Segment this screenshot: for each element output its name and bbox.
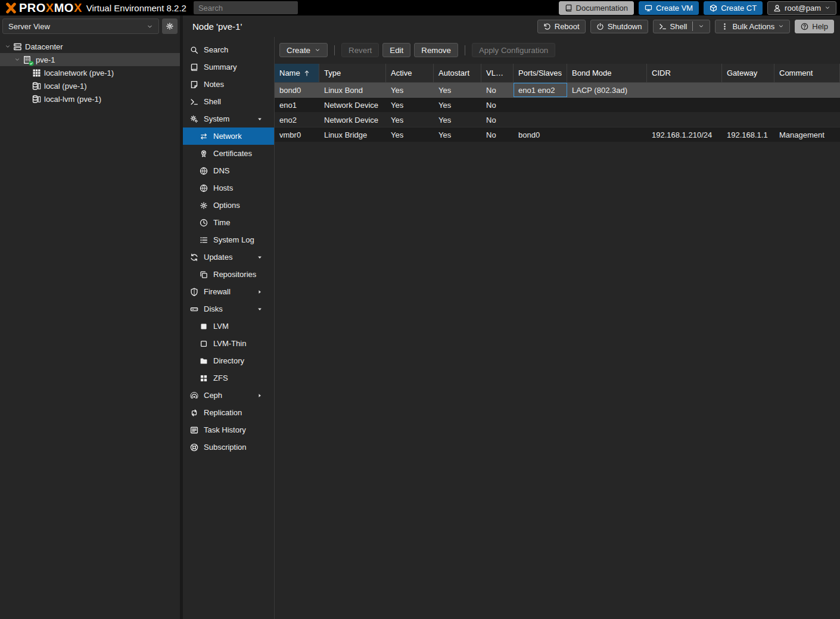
nav-item-updates[interactable]: Updates <box>183 248 274 266</box>
column-header-cidr[interactable]: CIDR <box>647 64 722 82</box>
table-cell[interactable]: eno1 <box>275 98 319 113</box>
column-header-gateway[interactable]: Gateway <box>722 64 774 82</box>
column-header-autostart[interactable]: Autostart <box>434 64 481 82</box>
toolbar-button-remove[interactable]: Remove <box>414 43 458 57</box>
table-cell[interactable]: No <box>481 127 514 142</box>
table-cell[interactable]: Yes <box>434 83 481 98</box>
table-cell[interactable]: No <box>481 83 514 98</box>
table-row-bond0[interactable]: bond0Linux BondYesYesNoeno1 eno2LACP (80… <box>275 83 840 98</box>
nav-item-system[interactable]: System <box>183 110 274 127</box>
table-cell[interactable] <box>647 113 722 127</box>
nav-item-options[interactable]: Options <box>183 197 274 214</box>
table-cell[interactable]: Management <box>774 127 840 142</box>
nav-item-repositories[interactable]: Repositories <box>183 266 274 283</box>
nav-item-system-log[interactable]: System Log <box>183 231 274 248</box>
table-cell[interactable]: No <box>481 98 514 113</box>
table-cell[interactable]: Network Device <box>319 98 386 113</box>
tree-settings-button[interactable] <box>162 18 178 34</box>
nav-item-ceph[interactable]: Ceph <box>183 387 274 404</box>
table-cell[interactable]: 192.168.1.1 <box>722 127 774 142</box>
tree-item-local-lvm[interactable]: local-lvm (pve-1) <box>0 92 180 105</box>
table-cell[interactable] <box>774 113 840 127</box>
table-cell[interactable]: 192.168.1.210/24 <box>647 127 722 142</box>
table-cell[interactable]: eno2 <box>275 113 319 127</box>
toolbar-button-edit[interactable]: Edit <box>382 43 410 57</box>
table-cell[interactable]: No <box>481 113 514 127</box>
column-header-bond-mode[interactable]: Bond Mode <box>567 64 647 82</box>
table-cell[interactable] <box>567 113 647 127</box>
toolbar-button-create[interactable]: Create <box>279 43 328 57</box>
node-button-shutdown[interactable]: Shutdown <box>590 20 648 33</box>
column-header-name[interactable]: Name <box>275 64 319 82</box>
table-cell[interactable]: Yes <box>434 113 481 127</box>
nav-item-lvm-thin[interactable]: LVM-Thin <box>183 335 274 352</box>
table-cell[interactable]: bond0 <box>275 83 319 98</box>
table-cell[interactable] <box>514 113 567 127</box>
nav-item-task-history[interactable]: Task History <box>183 421 274 438</box>
node-button-bulk-actions[interactable]: Bulk Actions <box>715 20 790 33</box>
nav-item-lvm[interactable]: LVM <box>183 318 274 335</box>
table-cell[interactable] <box>567 98 647 113</box>
table-cell[interactable]: vmbr0 <box>275 127 319 142</box>
table-row-eno1[interactable]: eno1Network DeviceYesYesNo <box>275 98 840 113</box>
table-cell[interactable] <box>774 83 840 98</box>
table-cell[interactable]: Yes <box>434 127 481 142</box>
nav-item-subscription[interactable]: Subscription <box>183 438 274 456</box>
column-header-ports-slaves[interactable]: Ports/Slaves <box>514 64 567 82</box>
table-cell[interactable]: Network Device <box>319 113 386 127</box>
topbar-button-user-menu[interactable]: root@pam <box>767 1 836 15</box>
column-header-type[interactable]: Type <box>319 64 386 82</box>
tree-expander-icon[interactable] <box>4 43 12 49</box>
nav-item-directory[interactable]: Directory <box>183 352 274 369</box>
table-cell[interactable]: bond0 <box>514 127 567 142</box>
table-cell[interactable]: Yes <box>386 83 434 98</box>
table-cell[interactable] <box>722 113 774 127</box>
global-search-input[interactable] <box>194 1 298 14</box>
nav-item-disks[interactable]: Disks <box>183 300 274 318</box>
nav-item-time[interactable]: Time <box>183 214 274 231</box>
table-cell[interactable] <box>774 98 840 113</box>
table-cell[interactable] <box>514 98 567 113</box>
nav-item-certificates[interactable]: Certificates <box>183 145 274 162</box>
topbar-button-documentation[interactable]: Documentation <box>559 1 634 15</box>
tree-item-pve-1[interactable]: pve-1 <box>0 53 180 66</box>
column-header-vl-[interactable]: VL… <box>481 64 514 82</box>
tree-item-localnetwork[interactable]: localnetwork (pve-1) <box>0 66 180 79</box>
table-cell[interactable]: Yes <box>386 98 434 113</box>
nav-item-firewall[interactable]: Firewall <box>183 283 274 300</box>
tree-expander-icon[interactable] <box>13 57 21 63</box>
table-cell[interactable]: Linux Bond <box>319 83 386 98</box>
table-cell[interactable] <box>647 83 722 98</box>
node-button-shell[interactable]: Shell <box>653 20 711 33</box>
table-cell[interactable]: Yes <box>434 98 481 113</box>
table-cell[interactable] <box>647 98 722 113</box>
node-button-help[interactable]: Help <box>795 20 834 33</box>
tree-item-local[interactable]: local (pve-1) <box>0 79 180 92</box>
view-mode-select[interactable]: Server View <box>2 18 159 34</box>
table-cell[interactable]: LACP (802.3ad) <box>567 83 647 98</box>
nav-item-hosts[interactable]: Hosts <box>183 179 274 197</box>
nav-item-network[interactable]: Network <box>183 127 274 145</box>
nav-item-search[interactable]: Search <box>183 41 274 58</box>
table-cell[interactable]: Yes <box>386 127 434 142</box>
table-row-vmbr0[interactable]: vmbr0Linux BridgeYesYesNobond0192.168.1.… <box>275 127 840 142</box>
topbar-button-create-vm[interactable]: Create VM <box>639 1 699 15</box>
column-header-active[interactable]: Active <box>386 64 434 82</box>
node-button-reboot[interactable]: Reboot <box>537 20 586 33</box>
tree-item-datacenter[interactable]: Datacenter <box>0 40 180 53</box>
table-cell[interactable]: Yes <box>386 113 434 127</box>
nav-item-dns[interactable]: DNS <box>183 162 274 179</box>
nav-item-replication[interactable]: Replication <box>183 404 274 421</box>
topbar-button-create-ct[interactable]: Create CT <box>704 1 763 15</box>
column-header-comment[interactable]: Comment <box>774 64 840 82</box>
table-cell[interactable] <box>722 98 774 113</box>
table-cell[interactable]: Linux Bridge <box>319 127 386 142</box>
nav-item-notes[interactable]: Notes <box>183 76 274 93</box>
table-cell[interactable]: eno1 eno2 <box>514 83 567 98</box>
table-row-eno2[interactable]: eno2Network DeviceYesYesNo <box>275 113 840 127</box>
nav-item-summary[interactable]: Summary <box>183 58 274 76</box>
table-cell[interactable] <box>722 83 774 98</box>
nav-item-zfs[interactable]: ZFS <box>183 369 274 387</box>
table-cell[interactable] <box>567 127 647 142</box>
nav-item-shell[interactable]: Shell <box>183 93 274 110</box>
